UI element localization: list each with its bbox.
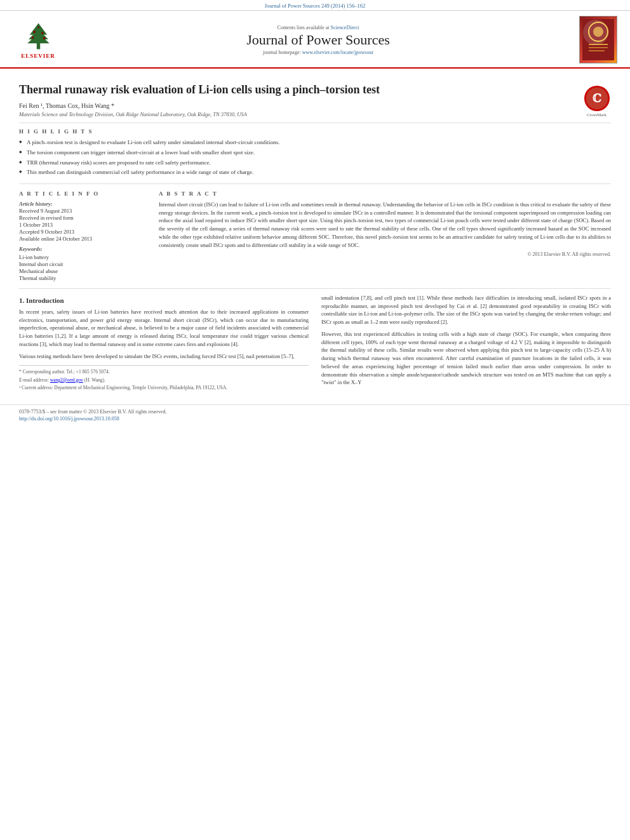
homepage-link[interactable]: www.elsevier.com/locate/jpowsour bbox=[302, 50, 373, 55]
keyword-4: Thermal stability bbox=[19, 275, 146, 281]
revised-label: Received in revised form bbox=[19, 215, 146, 221]
highlight-item-3: TRR (thermal runaway risk) scores are pr… bbox=[19, 159, 611, 167]
keywords-label: Keywords: bbox=[19, 246, 146, 252]
available-online: Available online 24 October 2013 bbox=[19, 236, 146, 242]
doi-link[interactable]: http://dx.doi.org/10.1016/j.jpowsour.201… bbox=[19, 416, 119, 422]
bottom-bar: 0378-7753/$ – see front matter © 2013 El… bbox=[0, 404, 630, 425]
footnote-divider: * Corresponding author. Tel.: +1 865 576… bbox=[19, 365, 309, 392]
footnote-1: * Corresponding author. Tel.: +1 865 576… bbox=[19, 369, 309, 376]
article-title-container: Thermal runaway risk evaluation of Li-io… bbox=[19, 83, 576, 117]
svg-point-10 bbox=[589, 22, 608, 41]
body-two-columns: 1. Introduction In recent years, safety … bbox=[19, 294, 611, 393]
crossmark-label: CrossMark bbox=[584, 112, 610, 117]
keyword-3: Mechanical abuse bbox=[19, 268, 146, 274]
journal-cover-image bbox=[579, 16, 617, 63]
elsevier-tree-icon bbox=[21, 20, 56, 52]
article-title: Thermal runaway risk evaluation of Li-io… bbox=[19, 83, 576, 97]
intro-para-2: Various testing methods have been develo… bbox=[19, 352, 309, 361]
svg-rect-9 bbox=[582, 19, 614, 60]
science-direct-notice: Contents lists available at ScienceDirec… bbox=[64, 25, 573, 30]
intro-para-1: In recent years, safety issues of Li-ion… bbox=[19, 308, 309, 349]
issn-text: 0378-7753/$ – see front matter © 2013 El… bbox=[19, 409, 611, 415]
abstract-copyright: © 2013 Elsevier B.V. All rights reserved… bbox=[159, 251, 611, 257]
elsevier-label-text: ELSEVIER bbox=[21, 53, 55, 59]
article-authors: Fei Ren ¹, Thomas Cox, Hsin Wang * bbox=[19, 102, 576, 109]
article-info-heading: A R T I C L E I N F O bbox=[19, 190, 146, 197]
svg-point-11 bbox=[593, 27, 603, 37]
header-section: ELSEVIER Contents lists available at Sci… bbox=[0, 11, 630, 69]
article-history-label: Article history: bbox=[19, 201, 146, 207]
footnote-3: ¹ Current address: Department of Mechani… bbox=[19, 385, 309, 392]
crossmark-logo: ℂ CrossMark bbox=[582, 83, 611, 117]
right-para-1: small indentation [7,8], and cell pinch … bbox=[321, 294, 611, 326]
header-center: Contents lists available at ScienceDirec… bbox=[64, 25, 573, 55]
science-direct-link[interactable]: ScienceDirect bbox=[331, 25, 359, 30]
journal-cover-graphic bbox=[582, 19, 614, 60]
doi-line: http://dx.doi.org/10.1016/j.jpowsour.201… bbox=[19, 416, 611, 422]
highlights-heading: H I G H L I G H T S bbox=[19, 128, 611, 135]
received-date: Received 9 August 2013 bbox=[19, 208, 146, 214]
body-right-column: small indentation [7,8], and cell pinch … bbox=[321, 294, 611, 393]
highlight-item-1: A pinch–torsion test is designed to eval… bbox=[19, 138, 611, 147]
keyword-1: Li-ion battery bbox=[19, 254, 146, 260]
svg-point-4 bbox=[33, 30, 36, 33]
svg-text:ℂ: ℂ bbox=[592, 92, 601, 105]
journal-homepage: journal homepage: www.elsevier.com/locat… bbox=[64, 50, 573, 55]
right-para-2: However, this test experienced difficult… bbox=[321, 330, 611, 387]
intro-section-title: 1. Introduction bbox=[19, 297, 309, 304]
article-title-section: Thermal runaway risk evaluation of Li-io… bbox=[19, 75, 611, 123]
page: Journal of Power Sources 249 (2014) 156–… bbox=[0, 0, 630, 840]
crossmark-icon: ℂ bbox=[584, 86, 610, 111]
highlights-section: H I G H L I G H T S A pinch–torsion test… bbox=[19, 123, 611, 183]
article-affiliation: Materials Science and Technology Divisio… bbox=[19, 111, 576, 117]
revised-date: 1 October 2013 bbox=[19, 222, 146, 228]
article-info-column: A R T I C L E I N F O Article history: R… bbox=[19, 190, 146, 282]
journal-thumbnail bbox=[573, 16, 617, 63]
svg-point-5 bbox=[41, 32, 44, 34]
article-info-abstract-section: A R T I C L E I N F O Article history: R… bbox=[19, 184, 611, 289]
abstract-text: Internal short circuit (ISCr) can lead t… bbox=[159, 201, 611, 250]
svg-point-6 bbox=[31, 36, 34, 39]
highlight-item-2: The torsion component can trigger intern… bbox=[19, 149, 611, 157]
svg-point-7 bbox=[43, 37, 45, 39]
journal-title-header: Journal of Power Sources bbox=[64, 32, 573, 48]
footnote-2: E-mail address: wang2@ornl.gov (H. Wang)… bbox=[19, 377, 309, 384]
article-content: Thermal runaway risk evaluation of Li-io… bbox=[0, 69, 630, 404]
accepted-date: Accepted 9 October 2013 bbox=[19, 229, 146, 235]
elsevier-logo: ELSEVIER bbox=[13, 20, 64, 59]
email-link[interactable]: wang2@ornl.gov bbox=[50, 377, 83, 383]
journal-citation: Journal of Power Sources 249 (2014) 156–… bbox=[265, 3, 366, 9]
body-section: 1. Introduction In recent years, safety … bbox=[19, 289, 611, 398]
journal-bar: Journal of Power Sources 249 (2014) 156–… bbox=[0, 0, 630, 11]
svg-point-8 bbox=[37, 27, 39, 29]
abstract-heading: A B S T R A C T bbox=[159, 190, 611, 197]
body-left-column: 1. Introduction In recent years, safety … bbox=[19, 294, 309, 393]
keyword-2: Internal short circuit bbox=[19, 261, 146, 267]
abstract-column: A B S T R A C T Internal short circuit (… bbox=[159, 190, 611, 282]
highlight-item-4: This method can distinguish commercial c… bbox=[19, 168, 611, 177]
